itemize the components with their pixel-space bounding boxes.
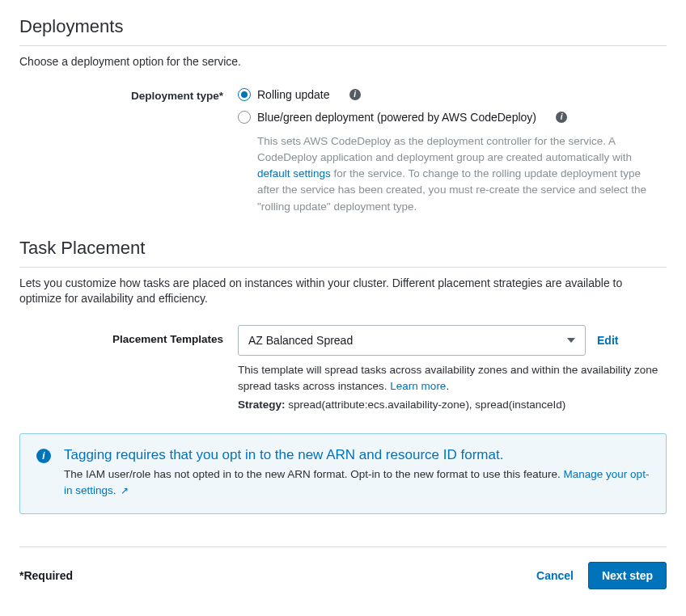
placement-template-select[interactable]: AZ Balanced Spread [238,325,586,356]
cancel-button[interactable]: Cancel [536,569,574,582]
learn-more-link[interactable]: Learn more [390,380,446,392]
chevron-down-icon [567,338,575,343]
deployment-type-field: Deployment type* Rolling update i Blue/g… [19,88,667,215]
radio-label: Blue/green deployment (powered by AWS Co… [257,111,536,124]
alert-body: The IAM user/role has not opted in to th… [64,466,650,500]
info-icon[interactable]: i [556,112,567,123]
task-placement-heading: Task Placement [19,238,667,262]
task-placement-subtext: Lets you customize how tasks are placed … [19,276,667,307]
deployments-subtext: Choose a deployment option for the servi… [19,54,667,70]
radio-label: Rolling update [257,88,330,101]
required-note: *Required [19,569,73,582]
select-value: AZ Balanced Spread [248,334,353,347]
template-description: This template will spread tasks across a… [238,362,658,395]
next-step-button[interactable]: Next step [588,562,667,589]
deployments-heading: Deployments [19,16,667,40]
info-icon[interactable]: i [349,89,361,100]
divider [19,45,667,46]
divider [19,267,667,268]
strategy-line: Strategy: spread(attribute:ecs.availabil… [238,399,667,411]
tagging-alert: i Tagging requires that you opt in to th… [19,433,667,515]
blue-green-description: This sets AWS CodeDeploy as the deployme… [257,133,667,215]
deployment-type-label: Deployment type* [19,88,238,215]
radio-indicator [238,111,251,124]
default-settings-link[interactable]: default settings [257,167,331,179]
edit-link[interactable]: Edit [597,334,618,347]
alert-title: Tagging requires that you opt in to the … [64,447,650,463]
radio-indicator [238,88,251,101]
info-icon: i [36,449,51,463]
divider [19,546,667,547]
radio-blue-green[interactable]: Blue/green deployment (powered by AWS Co… [238,111,667,124]
external-link-icon: ↗ [121,485,129,496]
placement-templates-label: Placement Templates [19,325,238,345]
footer: *Required Cancel Next step [19,562,667,589]
placement-templates-field: Placement Templates AZ Balanced Spread E… [19,325,667,411]
radio-rolling-update[interactable]: Rolling update i [238,88,667,101]
